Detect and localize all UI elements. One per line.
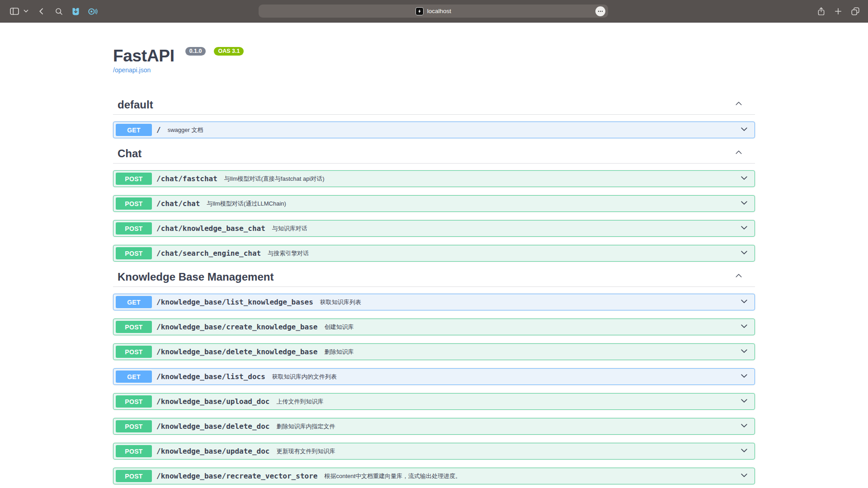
endpoint-path: /knowledge_base/update_doc (156, 447, 269, 455)
openapi-spec-link[interactable]: /openapi.json (113, 66, 151, 74)
method-badge: POST (116, 445, 152, 457)
api-section: default GET / swagger 文档 (113, 98, 755, 138)
chevron-down-icon (740, 446, 749, 455)
method-badge: GET (116, 296, 152, 308)
endpoint-expand-button[interactable] (740, 297, 749, 307)
section-rows: GET /knowledge_base/list_knowledge_bases… (113, 287, 755, 484)
endpoint-summary: 删除知识库内指定文件 (276, 422, 335, 431)
ellipsis-icon (598, 10, 603, 12)
shield-download-extension-icon (71, 7, 80, 16)
endpoint-row[interactable]: POST /knowledge_base/upload_doc 上传文件到知识库 (113, 393, 755, 410)
section-title: Knowledge Base Management (118, 270, 274, 284)
endpoint-expand-button[interactable] (740, 347, 749, 357)
section-header[interactable]: Chat (113, 146, 755, 164)
endpoint-row[interactable]: GET /knowledge_base/list_knowledge_bases… (113, 294, 755, 310)
chevron-down-icon (740, 223, 749, 232)
endpoint-path: /knowledge_base/list_knowledge_bases (156, 298, 313, 306)
sidebar-icon (9, 6, 20, 17)
endpoint-path: /chat/fastchat (156, 174, 217, 183)
endpoint-expand-button[interactable] (740, 396, 749, 407)
endpoint-row[interactable]: POST /chat/fastchat 与llm模型对话(直接与fastchat… (113, 170, 755, 187)
endpoint-expand-button[interactable] (740, 371, 749, 382)
endpoint-row[interactable]: GET /knowledge_base/list_docs 获取知识库内的文件列… (113, 368, 755, 385)
section-collapse-button[interactable] (734, 148, 755, 161)
section-header[interactable]: default (113, 98, 755, 115)
endpoint-summary: 删除知识库 (324, 348, 354, 356)
extension-download-button[interactable] (70, 0, 81, 23)
endpoint-expand-button[interactable] (740, 223, 749, 234)
endpoint-row[interactable]: POST /knowledge_base/update_doc 更新现有文件到知… (113, 443, 755, 460)
method-badge: POST (116, 321, 152, 333)
chevron-down-icon (740, 248, 749, 257)
chevron-down-icon (740, 297, 749, 306)
back-button[interactable] (36, 0, 47, 23)
endpoint-row[interactable]: POST /knowledge_base/recreate_vector_sto… (113, 468, 755, 484)
endpoint-path: /knowledge_base/recreate_vector_store (156, 472, 317, 480)
endpoint-row[interactable]: POST /chat/knowledge_base_chat 与知识库对话 (113, 220, 755, 237)
endpoint-summary: 与llm模型对话(通过LLMChain) (207, 200, 286, 208)
endpoint-expand-button[interactable] (740, 125, 749, 135)
endpoint-row[interactable]: GET / swagger 文档 (113, 122, 755, 138)
chevron-down-icon (740, 396, 749, 405)
endpoint-row[interactable]: POST /knowledge_base/delete_knowledge_ba… (113, 343, 755, 360)
chevron-up-icon (734, 148, 743, 157)
method-badge: POST (116, 470, 152, 482)
endpoint-path: /chat/knowledge_base_chat (156, 224, 265, 233)
extension-broadcast-button[interactable] (87, 0, 99, 23)
endpoint-path: /chat/chat (156, 199, 200, 208)
endpoint-row[interactable]: POST /knowledge_base/delete_doc 删除知识库内指定… (113, 418, 755, 435)
section-collapse-button[interactable] (734, 99, 755, 112)
address-bar[interactable]: localhost (259, 5, 608, 18)
search-button[interactable] (53, 0, 64, 23)
endpoint-row[interactable]: POST /chat/chat 与llm模型对话(通过LLMChain) (113, 195, 755, 212)
method-badge: POST (116, 197, 152, 210)
endpoint-expand-button[interactable] (740, 248, 749, 258)
endpoint-expand-button[interactable] (740, 322, 749, 332)
endpoint-summary: 与搜索引擎对话 (268, 249, 309, 258)
endpoint-summary: swagger 文档 (168, 126, 203, 134)
chevron-left-icon (37, 7, 46, 16)
api-title-text: FastAPI (113, 47, 175, 65)
api-section: Knowledge Base Management GET /knowledge… (113, 270, 755, 484)
endpoint-summary: 获取知识库列表 (320, 298, 361, 306)
star-broadcast-extension-icon (87, 7, 98, 16)
endpoint-expand-button[interactable] (740, 174, 749, 184)
method-badge: POST (116, 395, 152, 408)
new-tab-button[interactable] (832, 0, 844, 23)
endpoint-expand-button[interactable] (740, 446, 749, 456)
section-title: Chat (118, 146, 142, 161)
endpoint-summary: 获取知识库内的文件列表 (272, 373, 337, 381)
endpoint-row[interactable]: POST /chat/search_engine_chat 与搜索引擎对话 (113, 245, 755, 262)
endpoint-expand-button[interactable] (740, 421, 749, 432)
method-badge: POST (116, 346, 152, 358)
page-more-button[interactable] (595, 6, 605, 16)
tab-overview-button[interactable] (849, 0, 862, 23)
section-rows: GET / swagger 文档 (113, 115, 755, 138)
lightning-bolt-icon (417, 9, 422, 14)
share-icon (816, 6, 826, 16)
url-text: localhost (427, 8, 451, 14)
chevron-down-icon (740, 471, 749, 480)
endpoint-expand-button[interactable] (740, 198, 749, 209)
chevron-up-icon (734, 271, 743, 280)
method-badge: POST (116, 420, 152, 432)
oas-badge: OAS 3.1 (214, 47, 244, 56)
chevron-down-icon (740, 125, 749, 134)
endpoint-expand-button[interactable] (740, 471, 749, 481)
sidebar-menu-chevron-button[interactable] (23, 0, 29, 23)
section-collapse-button[interactable] (734, 271, 755, 284)
endpoint-path: /chat/search_engine_chat (156, 249, 261, 258)
method-badge: POST (116, 247, 152, 259)
sidebar-toggle-button[interactable] (8, 0, 21, 23)
endpoint-summary: 上传文件到知识库 (276, 398, 323, 406)
endpoint-path: /knowledge_base/list_docs (156, 372, 265, 381)
endpoint-row[interactable]: POST /knowledge_base/create_knowledge_ba… (113, 319, 755, 335)
share-button[interactable] (815, 0, 827, 23)
page-title: FastAPI 0.1.0 OAS 3.1 (113, 46, 755, 66)
section-rows: POST /chat/fastchat 与llm模型对话(直接与fastchat… (113, 164, 755, 262)
endpoint-summary: 与llm模型对话(直接与fastchat api对话) (224, 175, 325, 183)
section-header[interactable]: Knowledge Base Management (113, 270, 755, 287)
chevron-up-icon (734, 99, 743, 108)
swagger-page: FastAPI 0.1.0 OAS 3.1 /openapi.json defa… (113, 46, 755, 484)
site-favicon (415, 7, 424, 15)
